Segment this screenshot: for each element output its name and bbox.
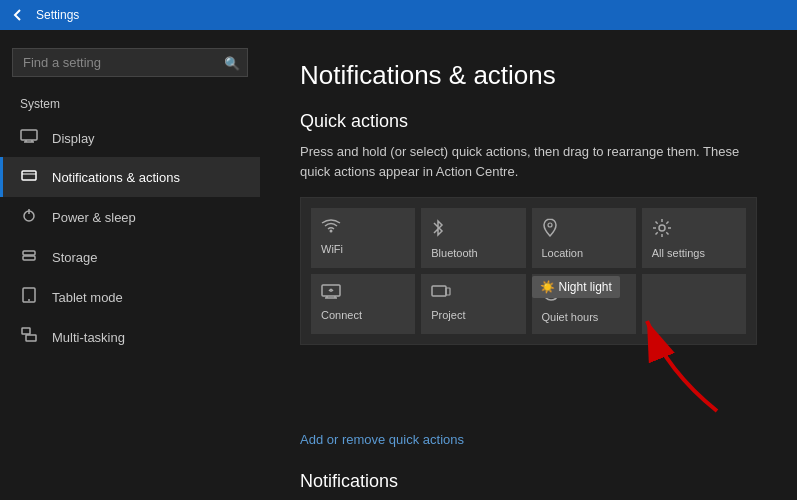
content-area: Notifications & actions Quick actions Pr… — [260, 30, 797, 500]
svg-point-11 — [28, 299, 30, 301]
svg-rect-4 — [22, 171, 36, 180]
svg-rect-24 — [432, 286, 446, 296]
page-title: Notifications & actions — [300, 60, 757, 91]
main-layout: 🔍 System Display Notifications — [0, 30, 797, 500]
qa-label-allsettings: All settings — [652, 247, 705, 259]
sidebar-item-display[interactable]: Display — [0, 119, 260, 157]
qa-label-bluetooth: Bluetooth — [431, 247, 477, 259]
wifi-icon — [321, 218, 341, 239]
titlebar-title: Settings — [36, 8, 79, 22]
svg-rect-12 — [22, 328, 30, 334]
sidebar-label-notifications: Notifications & actions — [52, 170, 180, 185]
search-box[interactable]: 🔍 — [12, 48, 248, 77]
storage-icon — [20, 247, 38, 267]
sidebar-item-storage[interactable]: Storage — [0, 237, 260, 277]
display-icon — [20, 129, 38, 147]
search-icon: 🔍 — [224, 55, 240, 70]
search-input[interactable] — [12, 48, 248, 77]
svg-rect-0 — [21, 130, 37, 140]
titlebar: Settings — [0, 0, 797, 30]
sidebar-item-multitasking[interactable]: Multi-tasking — [0, 317, 260, 357]
svg-rect-13 — [26, 335, 36, 341]
power-icon — [20, 207, 38, 227]
location-icon — [542, 218, 558, 243]
qa-tile-empty[interactable] — [642, 274, 746, 334]
qa-label-wifi: WiFi — [321, 243, 343, 255]
qa-tile-wifi[interactable]: WiFi — [311, 208, 415, 268]
add-remove-link[interactable]: Add or remove quick actions — [300, 432, 464, 447]
qa-label-connect: Connect — [321, 309, 362, 321]
qa-label-location: Location — [542, 247, 584, 259]
svg-rect-8 — [23, 251, 35, 255]
qa-tile-project[interactable]: Project — [421, 274, 525, 334]
qa-tile-location[interactable]: Location — [532, 208, 636, 268]
sidebar-label-power: Power & sleep — [52, 210, 136, 225]
connect-icon — [321, 284, 341, 305]
back-button[interactable] — [8, 5, 28, 25]
tablet-icon — [20, 287, 38, 307]
notifications-section-title: Notifications — [300, 471, 757, 492]
qa-label-project: Project — [431, 309, 465, 321]
qa-tile-quiethours[interactable]: Quiet hours ☀️Night light — [532, 274, 636, 334]
qa-tile-allsettings[interactable]: All settings — [642, 208, 746, 268]
sidebar-section-title: System — [0, 93, 260, 119]
project-icon — [431, 284, 451, 305]
quick-actions-title: Quick actions — [300, 111, 757, 132]
allsettings-icon — [652, 218, 672, 243]
sidebar-label-multitasking: Multi-tasking — [52, 330, 125, 345]
sidebar: 🔍 System Display Notifications — [0, 30, 260, 500]
svg-point-16 — [659, 225, 665, 231]
svg-point-14 — [330, 230, 333, 233]
sidebar-label-tablet: Tablet mode — [52, 290, 123, 305]
sidebar-item-tablet[interactable]: Tablet mode — [0, 277, 260, 317]
qa-tile-connect[interactable]: Connect — [311, 274, 415, 334]
quick-actions-desc: Press and hold (or select) quick actions… — [300, 142, 757, 181]
bluetooth-icon — [431, 218, 445, 243]
svg-rect-9 — [23, 256, 35, 260]
sidebar-label-display: Display — [52, 131, 95, 146]
svg-point-15 — [548, 223, 552, 227]
quiethours-icon — [542, 284, 560, 307]
quick-actions-grid: WiFi Bluetooth — [300, 197, 757, 345]
notifications-icon — [20, 167, 38, 187]
sidebar-label-storage: Storage — [52, 250, 98, 265]
sidebar-item-power[interactable]: Power & sleep — [0, 197, 260, 237]
qa-tile-bluetooth[interactable]: Bluetooth — [421, 208, 525, 268]
qa-label-quiethours: Quiet hours — [542, 311, 599, 323]
sidebar-item-notifications[interactable]: Notifications & actions — [0, 157, 260, 197]
multitasking-icon — [20, 327, 38, 347]
